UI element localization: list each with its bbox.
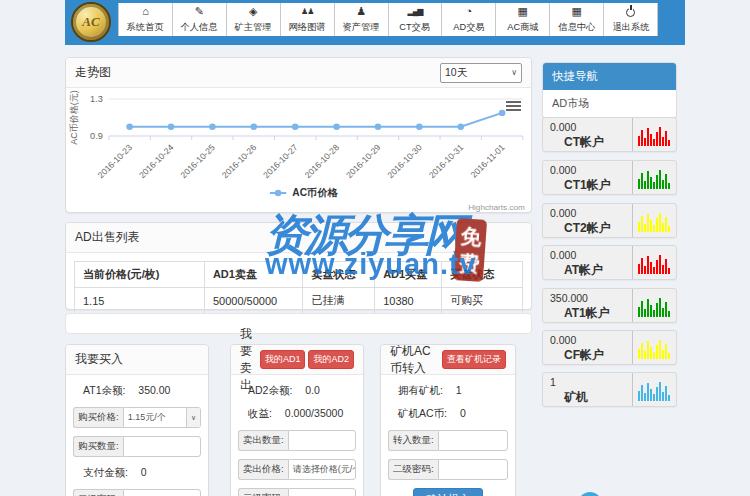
pay-amount-row: 支付金额: 0 [83,466,202,480]
gauge-icon: ◔ [466,6,473,18]
market-list-panel: AD出售列表 当前价格(元/枚) AD1卖盘 卖盘状态 AD1买盘 买盘状态 1… [65,222,532,310]
cell-current-price: 1.15 [75,288,205,314]
buy-panel: 我要买入 AT1余额: 350.00 购买价格: 1.15元/个 ∨ 购买数量:… [65,344,209,496]
account-card-at[interactable]: 0.000 AT帐户 [542,245,677,280]
miner-records-button[interactable]: 查看矿机记录 [442,350,506,369]
account-card-miner[interactable]: 1 矿机 [542,372,677,407]
account-value: 0.000 [550,121,632,133]
chevron-down-icon: ∨ [511,68,517,77]
cell-sell-status: 已挂满 [303,288,375,314]
account-card-ct2[interactable]: 0.000 CT2帐户 [542,203,677,238]
logo-text: AC [82,14,99,30]
sell-price-label: 卖出价格: [238,459,288,480]
account-card-ct[interactable]: 0.000 CT帐户 [542,117,677,152]
nav-item-profile[interactable]: ✎ 个人信息 [173,3,227,36]
nav-item-network[interactable]: ♟♟ 网络图谱 [281,3,335,36]
nav-item-logout[interactable]: 退出系统 [604,3,658,36]
svg-text:Highcharts.com: Highcharts.com [468,203,525,212]
market-table: 当前价格(元/枚) AD1卖盘 卖盘状态 AD1买盘 买盘状态 1.15 500… [74,261,523,314]
confirm-submit-button[interactable]: 确认提交 [413,488,483,496]
bar-chart-icon [632,289,676,322]
empty-strip [65,313,532,334]
scroll-top-button[interactable] [578,492,602,496]
table-row: 1.15 50000/50000 已挂满 10380 可购买 [75,288,523,314]
buy-password-input[interactable] [123,489,201,496]
svg-text:2016-10-28: 2016-10-28 [303,142,342,180]
account-value: 0.000 [550,334,632,346]
sell-password-group: 二级密码: [238,488,356,496]
bar-chart-icon: ▂▄▆ [407,6,422,18]
range-select[interactable]: 10天 ∨ [440,63,522,83]
transfer-amount-input[interactable] [438,430,508,451]
miner-password-group: 二级密码: [388,459,508,480]
svg-text:2016-10-26: 2016-10-26 [220,142,259,180]
main-nav: ⌂ 系统首页 ✎ 个人信息 ◈ 矿主管理 ♟♟ 网络图谱 ♟ 资产管理 ▂▄▆ … [118,3,658,36]
svg-text:1.3: 1.3 [90,94,103,104]
account-name: CT帐户 [564,134,632,151]
buy-qty-input[interactable] [123,436,201,457]
sidebar-item-ad-market[interactable]: AD市场 [543,90,676,117]
market-list-heading: AD出售列表 [66,223,531,253]
sell-password-input[interactable] [288,488,356,496]
account-info: 1 矿机 [543,373,632,406]
account-value: 0.000 [550,164,632,176]
bar-chart-icon [632,331,676,364]
account-value: 0.000 [550,207,632,219]
svg-text:2016-10-25: 2016-10-25 [178,142,217,180]
pay-amount-value: 0 [141,466,147,478]
page: AC ⌂ 系统首页 ✎ 个人信息 ◈ 矿主管理 ♟♟ 网络图谱 ♟ 资产管理 [0,0,750,496]
account-name: CT1帐户 [564,177,632,194]
account-card-cf[interactable]: 0.000 CF帐户 [542,330,677,365]
nav-item-message-center[interactable]: ▦ 信息中心 [550,3,604,36]
sell-panel: 我要卖出 我的AD1 我的AD2 AD2余额: 0.0 收益: 0.000/35… [230,344,364,496]
miner-coin-row: 矿机AC币: 0 [398,407,509,421]
nav-item-home[interactable]: ⌂ 系统首页 [119,3,173,36]
chevron-down-icon: ∨ [186,408,200,427]
buy-panel-heading: 我要买入 [66,345,208,375]
nav-item-ad-trade[interactable]: ◔ AD交易 [442,3,496,36]
user-icon: ♟ [356,6,366,18]
my-ad2-button[interactable]: 我的AD2 [308,350,354,369]
edit-icon: ✎ [195,6,204,18]
account-card-at1[interactable]: 350.000 AT1帐户 [542,288,677,323]
chart-menu-icon[interactable] [506,101,521,113]
pay-amount-label: 支付金额: [83,466,128,478]
at1-balance-label: AT1余额: [83,384,125,396]
buy-price-label: 购买价格: [73,407,123,428]
sell-qty-input[interactable] [288,430,356,451]
market-list-title: AD出售列表 [75,229,140,246]
buy-price-group: 购买价格: 1.15元/个 ∨ [73,407,201,428]
home-icon: ⌂ [142,6,149,18]
my-ad1-button[interactable]: 我的AD1 [260,350,306,369]
nav-item-assets[interactable]: ♟ 资产管理 [335,3,389,36]
sell-price-select[interactable]: 请选择价格(元/个) ∨ [288,459,356,480]
account-card-ct1[interactable]: 0.000 CT1帐户 [542,160,677,195]
svg-text:AC币价格(元): AC币价格(元) [69,90,79,144]
own-miner-row: 拥有矿机: 1 [398,384,509,398]
cell-buy-status: 可购买 [442,288,523,314]
price-line-chart: 1.30.9AC币价格(元)2016-10-232016-10-242016-1… [66,88,531,214]
income-label: 收益: [248,407,272,419]
account-value: 0.000 [550,249,632,261]
svg-text:2016-10-29: 2016-10-29 [344,142,383,180]
calendar-icon: ▦ [518,6,528,18]
col-ad1-sell: AD1卖盘 [204,262,303,288]
col-sell-status: 卖盘状态 [303,262,375,288]
ad2-balance-label: AD2余额: [248,384,292,396]
account-info: 0.000 CT1帐户 [543,161,632,194]
nav-item-ac-mall[interactable]: ▦ AC商城 [496,3,550,36]
buy-panel-title: 我要买入 [75,351,123,368]
buy-password-group: 二级密码: [73,489,201,496]
top-navigation-bar: AC ⌂ 系统首页 ✎ 个人信息 ◈ 矿主管理 ♟♟ 网络图谱 ♟ 资产管理 [65,0,685,45]
ad2-balance-row: AD2余额: 0.0 [248,384,357,398]
nav-item-miner-admin[interactable]: ◈ 矿主管理 [227,3,281,36]
buy-price-select[interactable]: 1.15元/个 ∨ [123,407,201,428]
svg-text:2016-10-24: 2016-10-24 [137,142,176,180]
buy-password-label: 二级密码: [73,489,123,496]
gem-icon: ◈ [249,6,257,18]
table-header-row: 当前价格(元/枚) AD1卖盘 卖盘状态 AD1买盘 买盘状态 [75,262,523,288]
own-miner-value: 1 [456,384,462,396]
nav-item-ct-trade[interactable]: ▂▄▆ CT交易 [389,3,443,36]
miner-password-input[interactable] [438,459,508,480]
svg-text:0.9: 0.9 [90,131,103,141]
